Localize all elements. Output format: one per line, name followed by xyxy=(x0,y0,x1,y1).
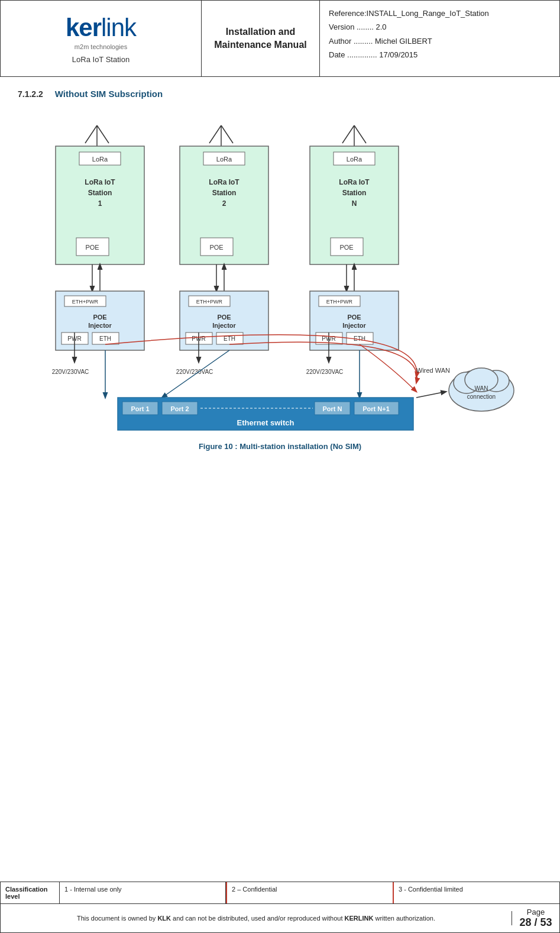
svg-line-3 xyxy=(209,125,221,143)
svg-text:POE: POE xyxy=(85,244,99,251)
classification-level-1: 1 - Internal use only xyxy=(60,882,226,903)
classification-row: Classification level 1 - Internal use on… xyxy=(1,882,559,904)
svg-text:Port 1: Port 1 xyxy=(131,405,149,412)
svg-text:Ethernet switch: Ethernet switch xyxy=(237,418,294,427)
svg-text:POE: POE xyxy=(93,314,106,321)
footer-bottom-row: This document is owned by KLK and can no… xyxy=(1,904,559,932)
svg-text:Port N+1: Port N+1 xyxy=(362,405,390,412)
svg-text:Injector: Injector xyxy=(88,322,112,329)
svg-text:LoRa: LoRa xyxy=(346,156,362,163)
section-number: 7.1.2.2 xyxy=(18,89,43,99)
svg-text:Port N: Port N xyxy=(322,405,342,412)
svg-line-0 xyxy=(85,125,97,143)
document-title: Installation and Maintenance Manual xyxy=(202,1,320,76)
page-number: Page 28 / 53 xyxy=(512,904,559,932)
logo-section: kerlink m2m technologies LoRa IoT Statio… xyxy=(1,1,202,76)
classification-label: Classification level xyxy=(1,882,60,903)
svg-text:POE: POE xyxy=(217,314,231,321)
svg-line-7 xyxy=(354,125,366,143)
svg-text:Injector: Injector xyxy=(342,322,366,329)
svg-text:1: 1 xyxy=(98,199,102,208)
document-reference: Reference:INSTALL_Long_Range_IoT_Station… xyxy=(320,1,559,76)
svg-text:ETH+PWR: ETH+PWR xyxy=(196,299,222,305)
kerlink-logo: kerlink xyxy=(66,14,136,42)
section-title: Without SIM Subscription xyxy=(55,89,163,99)
svg-text:Station: Station xyxy=(342,189,366,197)
svg-line-4 xyxy=(221,125,233,143)
footer-disclaimer: This document is owned by KLK and can no… xyxy=(1,911,512,925)
svg-text:Port 2: Port 2 xyxy=(170,405,189,412)
svg-text:2: 2 xyxy=(222,199,226,208)
svg-text:Station: Station xyxy=(88,189,112,197)
page-header: kerlink m2m technologies LoRa IoT Statio… xyxy=(0,0,560,77)
svg-text:220V/230VAC: 220V/230VAC xyxy=(51,369,89,375)
svg-line-6 xyxy=(342,125,354,143)
svg-text:ETH: ETH xyxy=(99,335,111,342)
svg-text:POE: POE xyxy=(209,244,223,251)
svg-text:ETH+PWR: ETH+PWR xyxy=(326,299,352,305)
svg-text:Injector: Injector xyxy=(212,322,236,329)
diagram-svg: LoRa LoRa IoT Station 1 POE ETH+PWR POE … xyxy=(26,108,535,433)
classification-level-3: 3 - Confidential limited xyxy=(394,882,559,903)
svg-text:LoRa IoT: LoRa IoT xyxy=(339,178,370,186)
svg-text:LoRa: LoRa xyxy=(216,156,232,163)
svg-text:POE: POE xyxy=(339,244,353,251)
svg-text:N: N xyxy=(351,199,357,208)
svg-text:connection: connection xyxy=(467,393,495,400)
section-heading: 7.1.2.2 Without SIM Subscription xyxy=(18,89,542,99)
svg-line-52 xyxy=(162,350,229,398)
svg-text:LoRa: LoRa xyxy=(92,156,108,163)
svg-text:POE: POE xyxy=(347,314,361,321)
svg-text:ETH+PWR: ETH+PWR xyxy=(72,299,98,305)
figure-caption: Figure 10 : Multi-station installation (… xyxy=(18,442,542,451)
network-diagram: LoRa LoRa IoT Station 1 POE ETH+PWR POE … xyxy=(18,108,542,433)
m2m-tagline: m2m technologies xyxy=(75,43,127,50)
lora-station-label: LoRa IoT Station xyxy=(72,55,130,64)
page-footer: Classification level 1 - Internal use on… xyxy=(0,882,560,933)
classification-level-2: 2 – Confidential xyxy=(226,882,394,903)
svg-line-82 xyxy=(416,392,446,398)
svg-text:220V/230VAC: 220V/230VAC xyxy=(176,369,213,375)
svg-text:LoRa IoT: LoRa IoT xyxy=(209,178,239,186)
svg-text:Station: Station xyxy=(212,189,236,197)
svg-text:WAN: WAN xyxy=(474,385,488,392)
svg-line-1 xyxy=(97,125,109,143)
svg-text:Wired WAN: Wired WAN xyxy=(416,367,450,374)
main-content: 7.1.2.2 Without SIM Subscription LoRa xyxy=(0,77,560,474)
svg-text:LoRa IoT: LoRa IoT xyxy=(85,178,115,186)
svg-text:ETH: ETH xyxy=(224,335,235,342)
svg-text:220V/230VAC: 220V/230VAC xyxy=(306,369,343,375)
